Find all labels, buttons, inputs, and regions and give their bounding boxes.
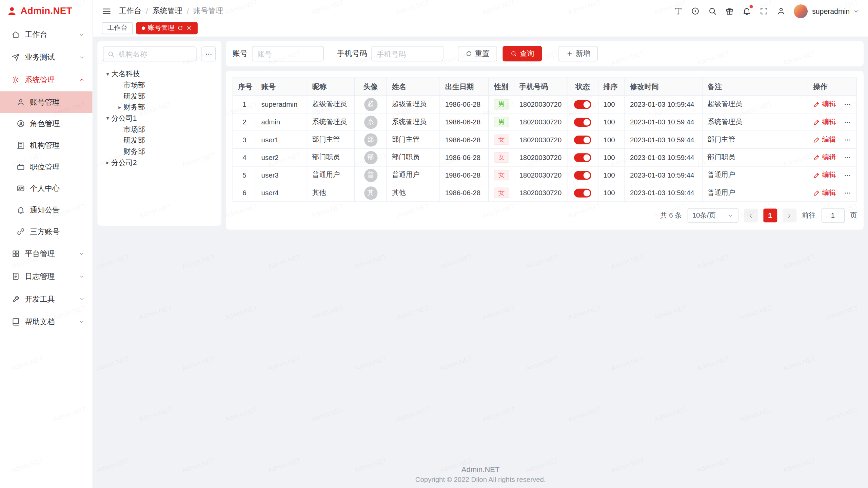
hamburger-menu-icon[interactable] (102, 6, 111, 16)
font-size-icon[interactable] (674, 7, 683, 16)
tree-node[interactable]: ▸财务部 (103, 102, 216, 113)
page-size-value: 10条/页 (692, 211, 716, 220)
phone-input[interactable] (372, 46, 443, 62)
tree-caret-right-icon[interactable]: ▸ (116, 105, 123, 110)
app-logo[interactable]: Admin.NET (0, 0, 93, 22)
prev-page-button[interactable] (744, 209, 757, 223)
edit-button[interactable]: 编辑 (813, 135, 836, 144)
cell-account: user4 (256, 184, 307, 202)
org-more-button[interactable] (201, 46, 216, 61)
tree-node[interactable]: 研发部 (103, 91, 216, 102)
tree-node[interactable]: 市场部 (103, 124, 216, 135)
global-search-icon[interactable] (708, 7, 717, 16)
edit-button[interactable]: 编辑 (813, 117, 836, 127)
row-more-button[interactable] (844, 118, 851, 126)
user-avatar[interactable] (794, 4, 808, 18)
chevron-down-icon[interactable] (853, 8, 859, 14)
tree-caret-right-icon[interactable]: ▸ (104, 160, 111, 165)
tree-node-label: 分公司2 (111, 158, 137, 167)
cell-birth: 1986-06-28 (440, 113, 489, 131)
status-toggle[interactable] (574, 135, 591, 144)
status-toggle[interactable] (574, 153, 591, 162)
sidebar-item-dev-tools[interactable]: 开发工具 (0, 288, 93, 310)
account-input[interactable] (252, 46, 324, 62)
sidebar-item-platform-management[interactable]: 平台管理 (0, 242, 93, 265)
profile-icon[interactable] (777, 7, 786, 16)
sidebar-item-system-management[interactable]: 系统管理 (0, 68, 93, 91)
tab-refresh-icon[interactable] (177, 25, 183, 31)
status-toggle[interactable] (574, 188, 591, 197)
bell-button[interactable] (742, 7, 751, 16)
sidebar-subitem-org-management[interactable]: 机构管理 (0, 135, 93, 156)
sidebar-subitem-position-management[interactable]: 职位管理 (0, 156, 93, 178)
tab-close-icon[interactable] (186, 25, 192, 31)
gender-badge: 女 (494, 170, 509, 180)
status-toggle[interactable] (574, 118, 591, 126)
gender-badge: 女 (494, 135, 509, 145)
cell-account: user2 (256, 148, 307, 166)
row-more-button[interactable] (844, 171, 851, 179)
row-more-button[interactable] (844, 136, 851, 144)
cell-nickname: 普通用户 (307, 166, 354, 184)
fullscreen-icon[interactable] (760, 7, 768, 16)
next-page-button[interactable] (783, 209, 796, 223)
edit-button[interactable]: 编辑 (813, 153, 836, 162)
theme-icon[interactable] (691, 7, 700, 16)
reset-button[interactable]: 重置 (458, 46, 497, 62)
add-button[interactable]: 新增 (558, 46, 598, 62)
tree-caret-down-icon[interactable]: ▾ (104, 72, 111, 77)
goto-page-input[interactable] (821, 208, 845, 223)
row-more-button[interactable] (844, 100, 851, 108)
cell-birth: 1986-06-28 (440, 96, 489, 113)
edit-icon (813, 154, 820, 161)
tree-node-label: 大名科技 (111, 69, 140, 79)
edit-button[interactable]: 编辑 (813, 188, 836, 198)
cell-remark: 普通用户 (702, 166, 808, 184)
page-size-select[interactable]: 10条/页 (687, 208, 738, 223)
search-button[interactable]: 查询 (502, 46, 542, 62)
cell-gender: 女 (489, 148, 514, 166)
sidebar-item-log-management[interactable]: 日志管理 (0, 265, 93, 288)
sidebar-subitem-role-management[interactable]: 角色管理 (0, 113, 93, 135)
edit-button[interactable]: 编辑 (813, 100, 836, 109)
edit-button[interactable]: 编辑 (813, 170, 836, 180)
row-more-button[interactable] (844, 154, 851, 161)
cell-birth: 1986-06-28 (440, 166, 489, 184)
tree-node[interactable]: ▾大名科技 (103, 68, 216, 80)
tab-workbench[interactable]: 工作台 (102, 22, 133, 34)
bell-icon (17, 206, 25, 214)
tree-node[interactable]: 市场部 (103, 80, 216, 91)
cell-action: 编辑 (808, 131, 857, 148)
sidebar-item-workbench[interactable]: 工作台 (0, 23, 93, 46)
sidebar-item-business-test[interactable]: 业务测试 (0, 46, 93, 69)
tree-node[interactable]: ▸分公司2 (103, 157, 216, 168)
sidebar-subitem-notice[interactable]: 通知公告 (0, 199, 93, 221)
tree-node[interactable]: ▾分公司1 (103, 113, 216, 124)
tab-account-management[interactable]: 账号管理 (136, 22, 198, 34)
tree-caret-down-icon[interactable]: ▾ (104, 116, 111, 121)
cell-name: 系统管理员 (387, 113, 440, 131)
edit-label: 编辑 (822, 135, 836, 144)
gift-icon[interactable] (725, 7, 734, 16)
breadcrumb-item[interactable]: 系统管理 (152, 6, 182, 16)
status-toggle[interactable] (574, 171, 591, 180)
edit-label: 编辑 (822, 170, 836, 180)
sidebar-item-help-docs[interactable]: 帮助文档 (0, 310, 93, 333)
sidebar-subitem-third-account[interactable]: 三方账号 (0, 221, 93, 242)
username[interactable]: superadmin (812, 7, 850, 15)
sidebar-subitem-profile-center[interactable]: 个人中心 (0, 178, 93, 199)
column-header-avatar: 头像 (355, 78, 387, 95)
tree-node[interactable]: 研发部 (103, 135, 216, 146)
status-toggle[interactable] (574, 100, 591, 109)
breadcrumb-item[interactable]: 工作台 (119, 6, 141, 16)
cell-name: 普通用户 (387, 166, 440, 184)
column-header-status: 状态 (567, 78, 598, 95)
toggle-knob (584, 189, 590, 196)
page-button-1[interactable]: 1 (763, 209, 777, 223)
row-avatar: 系 (364, 115, 377, 128)
tree-node[interactable]: 财务部 (103, 146, 216, 157)
org-name-search-input[interactable] (103, 46, 197, 61)
toggle-knob (584, 136, 590, 143)
sidebar-subitem-account-management[interactable]: 账号管理 (0, 91, 93, 113)
row-more-button[interactable] (844, 189, 851, 197)
